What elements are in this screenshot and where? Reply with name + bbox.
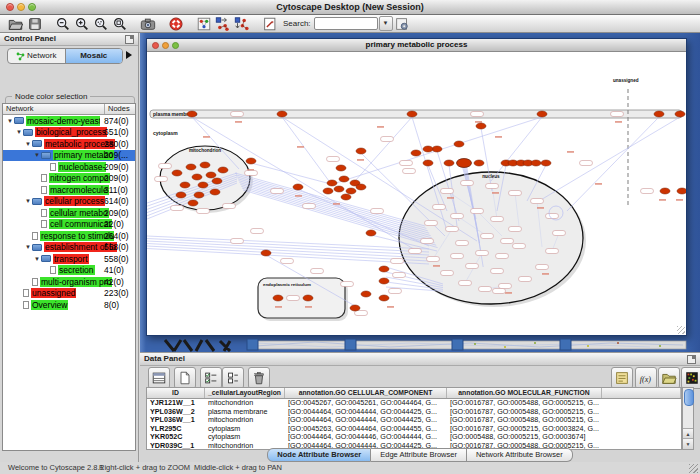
select-attributes-button[interactable] — [148, 367, 170, 389]
node[interactable] — [423, 146, 433, 152]
column-header[interactable]: _cellularLayoutRegion — [205, 388, 285, 398]
tree-item[interactable]: ▼cellular process614(0) — [3, 196, 135, 208]
zoom-fit-button[interactable] — [110, 15, 129, 32]
tree-item[interactable]: unassigned223(0) — [3, 288, 135, 300]
node[interactable] — [212, 178, 222, 184]
node[interactable] — [541, 160, 551, 166]
tree-item[interactable]: multi-organism pro42(0) — [3, 276, 135, 288]
node[interactable] — [476, 123, 486, 129]
snapshot-button[interactable] — [138, 15, 157, 32]
search-dropdown-arrow[interactable]: ▼ — [379, 16, 393, 31]
node[interactable] — [531, 160, 541, 166]
node-label[interactable] — [391, 259, 404, 264]
node[interactable] — [444, 160, 454, 166]
tree-column-nodes[interactable]: Nodes — [105, 104, 135, 114]
node-label[interactable] — [471, 112, 484, 117]
node-label[interactable] — [496, 254, 509, 259]
expand-triangle-icon[interactable]: ▼ — [15, 128, 23, 136]
node-label[interactable] — [471, 209, 484, 214]
node[interactable] — [323, 188, 333, 194]
node-label[interactable] — [303, 204, 316, 209]
tree-column-network[interactable]: Network — [3, 104, 105, 114]
tree-item[interactable]: nucleobase-209(0) — [3, 161, 135, 173]
column-header[interactable]: annotation.GO CELLULAR_COMPONENT — [285, 388, 447, 398]
table-row[interactable]: YPL036W__1mitochondrion[GO:0044464, GO:0… — [147, 416, 681, 425]
node[interactable] — [336, 165, 346, 171]
node-label[interactable] — [155, 177, 168, 182]
tree-item[interactable]: Overview8(0) — [3, 299, 135, 311]
node[interactable] — [675, 111, 685, 117]
node[interactable] — [379, 295, 389, 301]
node-label[interactable] — [159, 164, 172, 169]
node[interactable] — [303, 295, 313, 301]
node-label[interactable] — [287, 296, 300, 301]
node-label[interactable] — [456, 241, 469, 246]
node-label[interactable] — [281, 259, 294, 264]
select-all-attributes-button[interactable] — [200, 367, 222, 389]
node[interactable] — [474, 160, 484, 166]
attribute-label-button[interactable] — [611, 367, 633, 389]
network-view-window[interactable]: primary metabolic process plasma membran… — [146, 38, 687, 336]
tab-node-attribute-browser[interactable]: Node Attribute Browser — [267, 448, 371, 462]
node-label[interactable] — [519, 277, 532, 282]
search-input[interactable] — [314, 17, 378, 30]
vizmapper-button[interactable] — [194, 15, 213, 32]
network-window-resize-grip[interactable] — [677, 326, 685, 334]
node-label[interactable] — [446, 227, 459, 232]
node-label[interactable] — [493, 289, 506, 294]
expand-triangle-icon[interactable]: ▼ — [6, 117, 14, 125]
node[interactable] — [172, 170, 182, 176]
tree-item[interactable]: ▼establishment of lo558(0) — [3, 242, 135, 254]
node[interactable] — [176, 192, 186, 198]
node[interactable] — [366, 230, 376, 236]
table-row[interactable]: YJR121W__1mitochondrion[GO:0045267, GO:0… — [147, 399, 681, 408]
zoom-out-button[interactable] — [53, 15, 72, 32]
close-button[interactable] — [6, 3, 14, 11]
node-label[interactable] — [393, 273, 406, 278]
column-header[interactable]: annotation.GO MOLECULAR_FUNCTION — [447, 388, 602, 398]
node[interactable] — [273, 295, 283, 301]
expand-triangle-icon[interactable]: ▼ — [33, 151, 41, 159]
node[interactable] — [379, 278, 389, 284]
node-label[interactable] — [459, 281, 472, 286]
node-label[interactable] — [509, 227, 522, 232]
node[interactable] — [210, 189, 220, 195]
node[interactable] — [186, 164, 196, 170]
node-label[interactable] — [223, 204, 236, 209]
node[interactable] — [407, 111, 417, 117]
tab-mosaic[interactable]: Mosaic — [65, 49, 123, 63]
annotation-button[interactable] — [260, 15, 279, 32]
node[interactable] — [654, 111, 664, 117]
node-label[interactable] — [433, 205, 446, 210]
node-label[interactable] — [491, 269, 504, 274]
network-window-minimize-button[interactable] — [162, 42, 169, 49]
node-label[interactable] — [466, 264, 479, 269]
node-label[interactable] — [409, 249, 422, 254]
node[interactable] — [277, 111, 287, 117]
node[interactable] — [339, 176, 349, 182]
table-row[interactable]: YLR295Ccytoplasm[GO:0045263, GO:0044464,… — [147, 425, 681, 434]
scrollbar-thumb[interactable] — [684, 389, 694, 406]
layout-vertical-button[interactable] — [232, 15, 251, 32]
node-label[interactable] — [641, 189, 654, 194]
node-label[interactable] — [451, 214, 464, 219]
node-label[interactable] — [451, 254, 464, 259]
node-label[interactable] — [389, 289, 402, 294]
node[interactable] — [677, 188, 686, 194]
tree-item[interactable]: ▼biological_process651(0) — [3, 127, 135, 139]
node-label[interactable] — [171, 206, 184, 211]
node[interactable] — [218, 167, 228, 173]
node-label[interactable] — [553, 231, 566, 236]
node[interactable] — [198, 182, 208, 188]
network-window-zoom-button[interactable] — [172, 42, 179, 49]
node[interactable] — [457, 159, 472, 168]
node-label[interactable] — [425, 221, 438, 226]
node[interactable] — [411, 150, 421, 156]
new-attribute-button[interactable] — [174, 367, 196, 389]
minimize-button[interactable] — [17, 3, 25, 11]
node-label[interactable] — [441, 271, 454, 276]
expand-triangle-icon[interactable]: ▼ — [33, 255, 41, 263]
node-label[interactable] — [341, 282, 354, 287]
tree-item[interactable]: secretion41(0) — [3, 265, 135, 277]
node-label[interactable] — [311, 269, 324, 274]
